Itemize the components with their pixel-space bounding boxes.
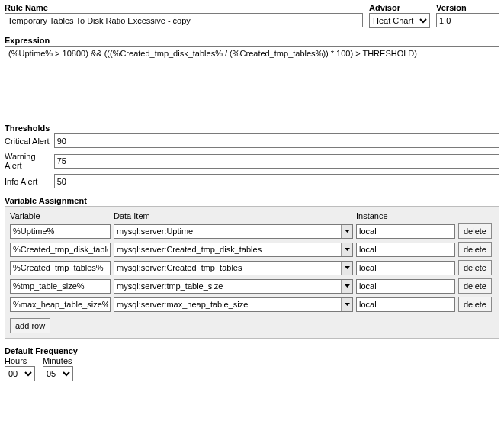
- minutes-label: Minutes: [43, 356, 73, 365]
- data-item-input[interactable]: [114, 224, 353, 239]
- variable-input[interactable]: [10, 261, 111, 275]
- variable-row: delete: [10, 223, 494, 239]
- variable-input[interactable]: [10, 297, 111, 312]
- advisor-label: Advisor: [369, 3, 430, 13]
- info-alert-label: Info Alert: [5, 177, 54, 186]
- delete-button[interactable]: delete: [458, 242, 492, 257]
- data-item-input[interactable]: [114, 279, 353, 294]
- variable-row: delete: [10, 297, 494, 312]
- warning-alert-label: Warning Alert: [5, 152, 54, 170]
- warning-alert-input[interactable]: [54, 154, 499, 169]
- minutes-select[interactable]: 05: [43, 366, 73, 381]
- dropdown-arrow-icon[interactable]: [341, 243, 352, 256]
- info-alert-input[interactable]: [54, 174, 499, 188]
- data-item-input[interactable]: [114, 243, 353, 257]
- critical-alert-input[interactable]: [54, 133, 499, 148]
- svg-marker-2: [345, 266, 350, 269]
- col-header-variable: Variable: [10, 211, 111, 220]
- instance-input[interactable]: [356, 297, 455, 312]
- data-item-input[interactable]: [114, 261, 353, 275]
- delete-button[interactable]: delete: [458, 297, 492, 312]
- svg-marker-4: [345, 303, 350, 306]
- rule-name-label: Rule Name: [5, 3, 363, 13]
- instance-input[interactable]: [356, 224, 455, 239]
- default-frequency-label: Default Frequency: [5, 346, 499, 356]
- variable-assignment-table: Variable Data Item Instance deletedelete…: [5, 206, 499, 339]
- delete-button[interactable]: delete: [458, 260, 492, 275]
- hours-select[interactable]: 00: [5, 366, 35, 381]
- data-item-input[interactable]: [114, 297, 353, 312]
- critical-alert-label: Critical Alert: [5, 137, 54, 146]
- svg-marker-1: [345, 248, 350, 251]
- variable-input[interactable]: [10, 279, 111, 294]
- delete-button[interactable]: delete: [458, 223, 492, 239]
- variable-row: delete: [10, 278, 494, 294]
- expression-label: Expression: [5, 36, 499, 46]
- thresholds-label: Thresholds: [5, 124, 499, 133]
- col-header-instance: Instance: [356, 211, 455, 220]
- instance-input[interactable]: [356, 243, 455, 257]
- variable-input[interactable]: [10, 243, 111, 257]
- expression-textarea[interactable]: [5, 46, 499, 114]
- instance-input[interactable]: [356, 279, 455, 294]
- advisor-select[interactable]: Heat Chart: [369, 13, 430, 28]
- variable-row: delete: [10, 242, 494, 257]
- variable-input[interactable]: [10, 224, 111, 239]
- version-input[interactable]: [436, 13, 499, 27]
- variable-assignment-label: Variable Assignment: [5, 196, 499, 206]
- svg-marker-0: [345, 230, 350, 233]
- svg-marker-3: [345, 284, 350, 288]
- col-header-data-item: Data Item: [114, 211, 353, 220]
- dropdown-arrow-icon[interactable]: [341, 225, 352, 238]
- hours-label: Hours: [5, 356, 35, 365]
- dropdown-arrow-icon[interactable]: [341, 262, 352, 275]
- delete-button[interactable]: delete: [458, 278, 492, 294]
- dropdown-arrow-icon[interactable]: [341, 298, 352, 311]
- version-label: Version: [436, 3, 499, 13]
- variable-row: delete: [10, 260, 494, 275]
- add-row-button[interactable]: add row: [10, 318, 50, 333]
- rule-name-input[interactable]: [5, 13, 363, 27]
- dropdown-arrow-icon[interactable]: [341, 280, 352, 293]
- instance-input[interactable]: [356, 261, 455, 275]
